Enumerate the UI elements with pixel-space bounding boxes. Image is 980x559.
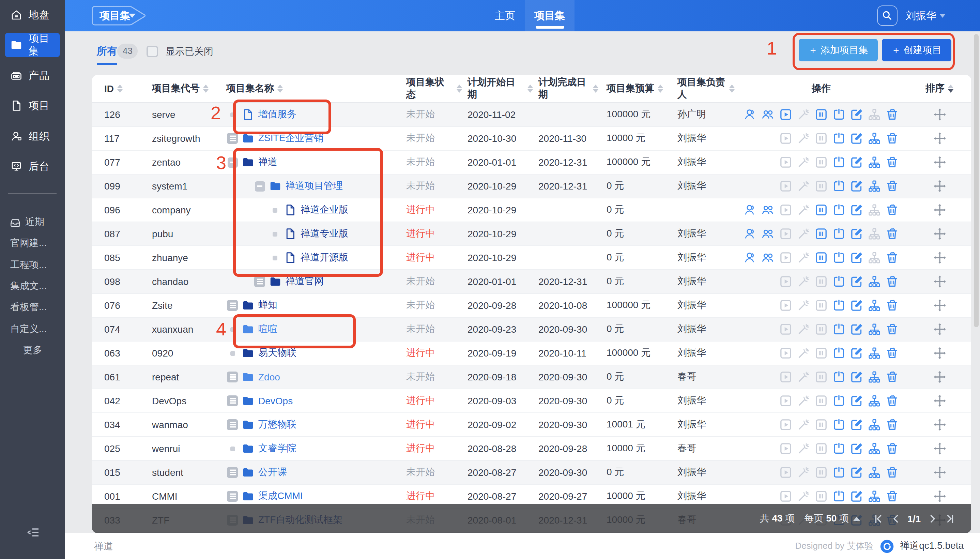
move-icon[interactable]: [933, 346, 946, 360]
sort-icon[interactable]: [457, 84, 462, 93]
tab-home[interactable]: 主页: [485, 0, 525, 31]
trash-icon[interactable]: [885, 251, 899, 265]
column-header[interactable]: ID: [92, 83, 141, 94]
trash-icon[interactable]: [885, 466, 899, 479]
tree-icon[interactable]: [868, 155, 881, 169]
tree-icon[interactable]: [868, 442, 881, 455]
power-icon[interactable]: [832, 179, 846, 193]
show-closed-checkbox[interactable]: [147, 46, 158, 57]
pause-icon[interactable]: [814, 251, 828, 265]
user-icon[interactable]: [744, 108, 757, 121]
user-icon[interactable]: [744, 251, 757, 265]
program-name-link[interactable]: 易天物联: [258, 347, 297, 359]
column-header[interactable]: 排序: [908, 83, 971, 95]
users-icon[interactable]: [761, 108, 775, 121]
sidebar-secondary-item[interactable]: 更多: [0, 340, 65, 361]
power-icon[interactable]: [832, 227, 846, 241]
sort-icon[interactable]: [117, 84, 123, 93]
trash-icon[interactable]: [885, 370, 899, 384]
program-name-link[interactable]: ZSITE企业营销: [258, 132, 323, 144]
pause-icon[interactable]: [814, 203, 828, 217]
trash-icon[interactable]: [885, 132, 899, 145]
program-name-link[interactable]: 喧喧: [258, 323, 277, 336]
users-icon[interactable]: [761, 203, 775, 217]
sort-icon[interactable]: [593, 84, 598, 93]
program-name-link[interactable]: 禅道: [258, 156, 277, 169]
program-name-link[interactable]: 渠成CMMI: [258, 490, 303, 503]
sidebar-item-home[interactable]: 地盘: [0, 3, 65, 27]
sidebar-secondary-item[interactable]: 集成文...: [0, 276, 65, 296]
move-icon[interactable]: [933, 299, 946, 312]
power-icon[interactable]: [832, 322, 846, 336]
edit-icon[interactable]: [850, 132, 863, 145]
move-icon[interactable]: [933, 322, 946, 336]
move-icon[interactable]: [933, 155, 946, 169]
pause-icon[interactable]: [814, 108, 828, 121]
sort-icon[interactable]: [729, 84, 735, 93]
tree-icon[interactable]: [868, 394, 881, 408]
program-name-link[interactable]: 禅道开源版: [300, 251, 348, 264]
trash-icon[interactable]: [885, 490, 899, 503]
move-icon[interactable]: [933, 418, 946, 432]
move-icon[interactable]: [933, 251, 946, 265]
edit-icon[interactable]: [850, 490, 863, 503]
pause-icon[interactable]: [814, 227, 828, 241]
tree-icon[interactable]: [868, 275, 881, 288]
move-icon[interactable]: [933, 108, 946, 121]
move-icon[interactable]: [933, 203, 946, 217]
program-name-link[interactable]: Zdoo: [258, 372, 280, 382]
move-icon[interactable]: [933, 370, 946, 384]
tree-icon[interactable]: [868, 132, 881, 145]
edit-icon[interactable]: [850, 394, 863, 408]
user-icon[interactable]: [744, 203, 757, 217]
scrollbar-thumb[interactable]: [974, 34, 978, 327]
move-icon[interactable]: [933, 132, 946, 145]
edit-icon[interactable]: [850, 418, 863, 432]
last-page-button[interactable]: [944, 512, 956, 524]
sort-icon[interactable]: [658, 84, 663, 93]
move-icon[interactable]: [933, 179, 946, 193]
trash-icon[interactable]: [885, 299, 899, 312]
per-page-caret-icon[interactable]: [853, 516, 860, 521]
trash-icon[interactable]: [885, 179, 899, 193]
power-icon[interactable]: [832, 203, 846, 217]
sidebar-secondary-item[interactable]: 看板管...: [0, 297, 65, 318]
column-header[interactable]: 项目集状态: [403, 76, 462, 101]
prev-page-button[interactable]: [890, 512, 902, 524]
power-icon[interactable]: [832, 418, 846, 432]
move-icon[interactable]: [933, 466, 946, 479]
program-name-link[interactable]: 增值服务: [258, 108, 297, 121]
tree-icon[interactable]: [868, 299, 881, 312]
trash-icon[interactable]: [885, 108, 899, 121]
column-header[interactable]: 项目集预算: [598, 83, 669, 95]
per-page-text[interactable]: 每页 50 项: [804, 512, 849, 524]
column-header[interactable]: 操作: [735, 83, 908, 95]
edit-icon[interactable]: [850, 108, 863, 121]
users-icon[interactable]: [761, 227, 775, 241]
tree-icon[interactable]: [868, 322, 881, 336]
edit-icon[interactable]: [850, 442, 863, 455]
tab-programs[interactable]: 项目集: [525, 0, 574, 31]
next-page-button[interactable]: [926, 512, 939, 524]
sidebar-secondary-item[interactable]: 官网建...: [0, 233, 65, 254]
edit-icon[interactable]: [850, 370, 863, 384]
edit-icon[interactable]: [850, 155, 863, 169]
tree-icon[interactable]: [868, 179, 881, 193]
edit-icon[interactable]: [850, 227, 863, 241]
program-name-link[interactable]: 禅道专业版: [300, 228, 348, 240]
trash-icon[interactable]: [885, 418, 899, 432]
user-menu[interactable]: 刘振华: [906, 0, 945, 31]
edit-icon[interactable]: [850, 203, 863, 217]
power-icon[interactable]: [832, 108, 846, 121]
first-page-button[interactable]: [872, 512, 884, 524]
program-name-link[interactable]: 文睿学院: [258, 442, 297, 455]
column-header[interactable]: 项目集代号: [141, 83, 221, 95]
play-icon[interactable]: [779, 108, 793, 121]
trash-icon[interactable]: [885, 394, 899, 408]
edit-icon[interactable]: [850, 466, 863, 479]
move-icon[interactable]: [933, 394, 946, 408]
sidebar-secondary-item[interactable]: 自定义...: [0, 319, 65, 339]
sidebar-secondary-item[interactable]: 近期: [0, 212, 65, 232]
move-icon[interactable]: [933, 490, 946, 503]
column-header[interactable]: 项目集名称: [221, 83, 403, 95]
